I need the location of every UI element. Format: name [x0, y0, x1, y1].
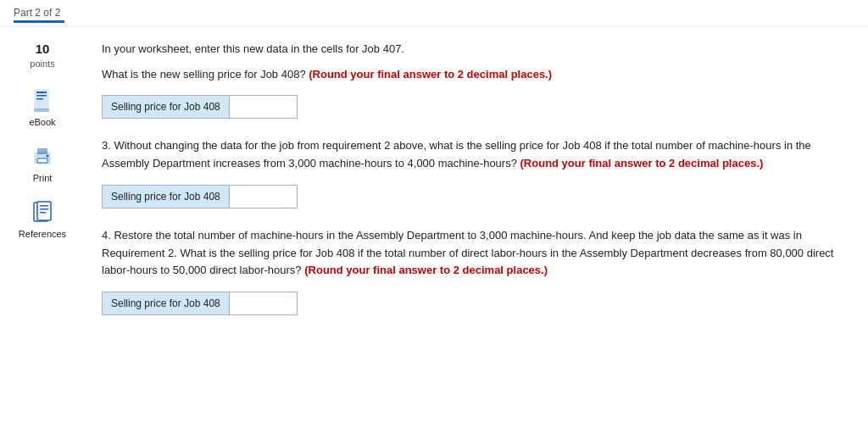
- question-4-section: 4. Restore the total number of machine-h…: [102, 227, 843, 315]
- print-label: Print: [33, 173, 53, 183]
- q4-input-label: Selling price for Job 408: [102, 292, 230, 315]
- svg-rect-4: [34, 108, 49, 112]
- svg-rect-1: [36, 92, 47, 93]
- points-number: 10: [30, 41, 54, 58]
- question-3-text: 3. Without changing the data for the job…: [102, 137, 843, 173]
- svg-rect-3: [36, 98, 43, 100]
- references-label: References: [19, 229, 66, 239]
- q2-input-row: Selling price for Job 408: [102, 95, 843, 119]
- q3-input-field[interactable]: [230, 185, 298, 208]
- sidebar: 10 points eBook: [0, 27, 85, 359]
- points-label: 10 points: [30, 41, 54, 69]
- sidebar-item-references[interactable]: References: [8, 193, 76, 244]
- q2-instruction: (Round your final answer to 2 decimal pl…: [309, 68, 552, 81]
- question-2-text: What is the new selling price for Job 40…: [102, 66, 843, 84]
- q2-input-field[interactable]: [230, 95, 298, 119]
- question-3-section: 3. Without changing the data for the job…: [102, 137, 843, 208]
- book-icon: [31, 86, 54, 115]
- references-icon: [31, 198, 54, 227]
- q3-input-row: Selling price for Job 408: [102, 185, 843, 208]
- part-label: Part 2 of 2: [14, 7, 854, 19]
- q3-input-label: Selling price for Job 408: [102, 185, 230, 208]
- svg-rect-14: [40, 205, 48, 207]
- ebook-label: eBook: [29, 117, 55, 127]
- svg-rect-15: [40, 208, 48, 210]
- sidebar-item-print[interactable]: Print: [8, 137, 76, 188]
- points-text: points: [30, 58, 54, 69]
- svg-rect-7: [37, 158, 47, 163]
- svg-rect-13: [37, 202, 51, 220]
- q4-input-field[interactable]: [230, 292, 298, 315]
- svg-rect-16: [40, 212, 46, 214]
- content-area: In your worksheet, enter this new data i…: [85, 27, 868, 359]
- part-of-text: of 2: [43, 7, 60, 19]
- q3-instruction: (Round your final answer to 2 decimal pl…: [520, 157, 764, 170]
- svg-rect-2: [36, 95, 47, 97]
- question-4-text: 4. Restore the total number of machine-h…: [102, 227, 843, 280]
- q4-instruction: (Round your final answer to 2 decimal pl…: [304, 264, 548, 276]
- intro-text: In your worksheet, enter this new data i…: [102, 41, 843, 58]
- q4-input-row: Selling price for Job 408: [102, 292, 843, 315]
- svg-point-8: [47, 154, 49, 157]
- svg-rect-6: [37, 148, 47, 154]
- intro-sentence: In your worksheet, enter this new data i…: [102, 42, 404, 55]
- q2-input-label: Selling price for Job 408: [102, 95, 230, 119]
- sidebar-item-ebook[interactable]: eBook: [8, 81, 76, 132]
- question-2-section: What is the new selling price for Job 40…: [102, 66, 843, 120]
- part-underline: [14, 20, 64, 23]
- print-icon: [31, 142, 54, 171]
- q2-question: What is the new selling price for Job 40…: [102, 68, 306, 81]
- part-label-text: Part 2: [14, 7, 41, 19]
